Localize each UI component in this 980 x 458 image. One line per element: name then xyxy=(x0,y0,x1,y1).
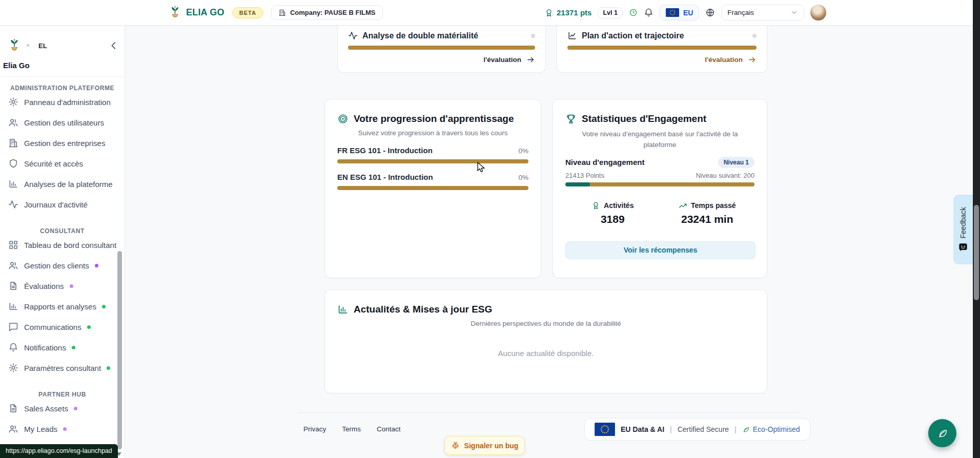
clock-icon xyxy=(629,8,638,17)
sidebar-item-journaux-activite[interactable]: Journaux d'activité xyxy=(0,194,125,215)
evaluation-link[interactable]: l'évaluation xyxy=(348,55,535,64)
window-scrollbar-thumb[interactable] xyxy=(974,205,979,300)
empty-state-text: Aucune actualité disponible. xyxy=(325,349,767,358)
sidebar-item-my-leads[interactable]: My Leads xyxy=(0,419,125,439)
sidebar-item-communications[interactable]: Communications xyxy=(0,317,125,337)
card-subtitle: Dernières perspectives du monde de la du… xyxy=(325,320,767,327)
status-dot xyxy=(102,305,106,308)
eco-optimised-badge: Eco-Optimised xyxy=(742,425,800,433)
globe-icon xyxy=(705,8,715,17)
sidebar-item-gestion-clients[interactable]: Gestion des clients xyxy=(0,255,125,276)
report-bug-button[interactable]: Signaler un bug xyxy=(444,436,525,455)
sidebar-scrollbar-thumb[interactable] xyxy=(117,251,122,449)
bar-chart-icon xyxy=(337,304,349,315)
notification-bell-icon[interactable] xyxy=(644,8,654,17)
status-dot xyxy=(74,407,77,410)
assessment-card-plan-action: Plan d'action et trajectoire l'évaluatio… xyxy=(557,25,767,73)
progress-bar xyxy=(567,46,757,50)
sidebar-item-evaluations[interactable]: Évaluations xyxy=(0,276,125,296)
course-percent: 0% xyxy=(518,174,528,181)
eu-flag-icon xyxy=(666,8,679,17)
engagement-level-badge: Niveau 1 xyxy=(718,157,754,168)
eco-optimised-label: Eco-Optimised xyxy=(753,425,800,433)
sidebar-item-panneau-administration[interactable]: Panneau d'administration xyxy=(0,92,125,112)
gear-icon xyxy=(8,363,18,373)
sidebar-item-tableau-bord-consultant[interactable]: Tableau de bord consultant xyxy=(0,235,125,255)
sidebar-item-notifications[interactable]: Notifications xyxy=(0,337,125,358)
status-dot xyxy=(70,284,73,288)
status-dot xyxy=(107,366,110,370)
beta-badge: BETA xyxy=(232,7,263,18)
evaluation-link-label: l'évaluation xyxy=(483,56,521,64)
bar-chart-icon xyxy=(8,179,18,189)
learning-progress-card: Votre progression d'apprentissage Suivez… xyxy=(324,99,541,278)
certified-secure-badge: Certified Secure xyxy=(678,425,729,433)
grid-icon xyxy=(8,240,18,250)
bell-icon xyxy=(8,342,18,352)
separator: | xyxy=(734,425,737,433)
building-icon xyxy=(278,9,286,16)
user-avatar[interactable] xyxy=(810,5,826,20)
separator: | xyxy=(670,425,672,433)
course-row: EN ESG 101 - Introduction 0% xyxy=(337,173,528,181)
sidebar-item-sales-assets[interactable]: Sales Assets xyxy=(0,398,125,419)
eu-data-ai-badge: EU Data & AI xyxy=(621,425,664,433)
engagement-level-label: Niveau d'engagement xyxy=(565,158,644,166)
language-select[interactable]: Français xyxy=(721,5,804,20)
card-subtitle: Suivez votre progression à travers tous … xyxy=(325,129,541,137)
sidebar-section-admin: ADMINISTRATION PLATEFORME xyxy=(0,85,125,92)
assessment-card-double-materialite: Analyse de double matérialité l'évaluati… xyxy=(337,25,546,73)
brand[interactable]: ELIA GO xyxy=(168,6,224,19)
users-icon xyxy=(8,424,18,434)
engagement-stats-card: Statistiques d'Engagement Votre niveau d… xyxy=(553,99,767,278)
sidebar-item-label: Gestion des utilisateurs xyxy=(24,118,104,127)
sidebar-item-label: Journaux d'activité xyxy=(24,200,88,209)
gear-icon xyxy=(8,97,18,107)
trophy-icon xyxy=(565,113,577,124)
course-progress-bar xyxy=(337,186,528,190)
engagement-progress-fill xyxy=(565,182,590,186)
course-name: EN ESG 101 - Introduction xyxy=(337,173,433,181)
region-selector[interactable]: EU xyxy=(660,5,699,20)
sidebar-item-analyses-plateforme[interactable]: Analyses de la plateforme xyxy=(0,174,125,194)
bar-chart-icon xyxy=(8,301,18,311)
floating-action-button[interactable] xyxy=(928,419,956,447)
sidebar-title: Elia Go xyxy=(3,61,125,70)
points-value: 21371 pts xyxy=(557,8,591,17)
users-icon xyxy=(8,260,18,270)
sidebar-item-gestion-utilisateurs[interactable]: Gestion des utilisateurs xyxy=(0,112,125,133)
close-icon[interactable]: × xyxy=(26,42,30,49)
sidebar-item-parametres-consultant[interactable]: Paramètres consultant xyxy=(0,358,125,378)
evaluation-link[interactable]: l'évaluation xyxy=(567,55,757,64)
terms-link[interactable]: Terms xyxy=(342,425,361,433)
line-chart-icon xyxy=(567,31,577,40)
message-square-icon xyxy=(8,322,18,332)
feedback-tab[interactable]: Feedback xyxy=(953,195,973,264)
assessment-title: Plan d'action et trajectoire xyxy=(582,31,684,40)
sidebar-item-label: Sales Assets xyxy=(24,404,68,413)
feedback-smiley-icon xyxy=(958,243,968,252)
sidebar-collapse-button[interactable] xyxy=(108,40,119,51)
sidebar-item-securite-acces[interactable]: Sécurité et accès xyxy=(0,153,125,174)
sidebar-item-rapports-analyses[interactable]: Rapports et analyses xyxy=(0,296,125,317)
sidebar-section-partner-hub: PARTNER HUB xyxy=(0,391,125,398)
company-selector[interactable]: Company: PAUSE B FILMS xyxy=(271,5,383,20)
sidebar-item-label: Sécurité et accès xyxy=(24,159,83,168)
privacy-link[interactable]: Privacy xyxy=(303,425,326,433)
stat-value: 3189 xyxy=(601,213,625,225)
view-rewards-button[interactable]: Voir les récompenses xyxy=(565,241,756,259)
status-dot xyxy=(531,34,535,38)
arrow-right-icon xyxy=(526,55,535,64)
sidebar-item-label: Communications xyxy=(24,323,81,331)
report-bug-label: Signaler un bug xyxy=(464,442,519,450)
course-row: FR ESG 101 - Introduction 0% xyxy=(337,146,528,155)
engagement-progress-bar xyxy=(565,182,754,186)
feedback-label: Feedback xyxy=(959,207,967,238)
eu-flag-icon xyxy=(595,423,615,436)
sidebar-item-label: Paramètres consultant xyxy=(24,364,101,372)
status-dot xyxy=(87,325,91,329)
sidebar-item-label: Panneau d'administration xyxy=(24,98,111,107)
contact-link[interactable]: Contact xyxy=(377,425,401,433)
sidebar-item-gestion-entreprises[interactable]: Gestion des entreprises xyxy=(0,133,125,153)
course-progress-bar xyxy=(337,159,528,163)
